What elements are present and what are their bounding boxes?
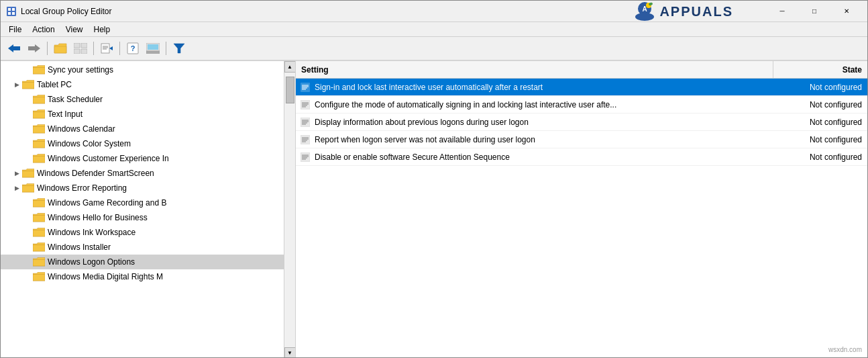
menu-file[interactable]: File [3,24,27,36]
list-header: Setting State [296,61,867,79]
tree-label: Windows Game Recording and B [48,198,166,208]
svg-rect-39 [301,118,310,127]
svg-rect-14 [74,43,80,48]
svg-marker-28 [174,44,184,53]
list-row-report-logon-server[interactable]: Report when logon server was not availab… [296,131,867,148]
folder-icon [33,271,45,282]
list-row-signin[interactable]: Sign-in and lock last interactive user a… [296,79,867,96]
svg-rect-17 [81,49,87,54]
menu-bar: File Action View Help [1,22,867,37]
toolbar-sep-4 [166,42,166,55]
tree-item-windows-media-drm[interactable]: Windows Media Digital Rights M [1,269,295,284]
toolbar-sep-3 [119,42,120,55]
header-state[interactable]: State [773,61,867,78]
scroll-thumb[interactable] [286,77,294,103]
export-button[interactable] [97,39,116,58]
folder-button[interactable] [51,39,70,58]
tree-label: Windows Defender SmartScreen [37,169,154,178]
app-icon [6,6,17,17]
tree-item-windows-logon-options[interactable]: Windows Logon Options [1,255,295,269]
tree-item-windows-defender[interactable]: ▶ Windows Defender SmartScreen [1,166,295,181]
policy-state-text: Not configured [773,152,867,162]
tree-item-sync-settings[interactable]: Sync your settings [1,62,295,77]
tree-label: Windows Logon Options [48,257,135,267]
tree-label: Windows Installer [48,242,111,252]
tree-label: Windows Calendar [48,124,115,134]
maximize-button[interactable]: □ [799,1,830,22]
policy-icon [299,150,312,164]
folder-icon [33,257,45,267]
minimize-button[interactable]: ─ [767,1,798,22]
policy-setting-text: Configure the mode of automatically sign… [312,100,773,109]
list-body: Sign-in and lock last interactive user a… [296,79,867,358]
list-row-display-logon[interactable]: Display information about previous logon… [296,114,867,131]
toolbar-sep-2 [93,42,94,55]
svg-rect-44 [301,135,310,144]
list-row-configure-mode[interactable]: Configure the mode of automatically sign… [296,96,867,114]
tree-label: Windows Error Reporting [37,183,127,193]
svg-marker-12 [35,44,40,52]
close-button[interactable]: ✕ [831,1,862,22]
policy-state-text: Not configured [773,135,867,144]
folder-icon [22,79,34,90]
menu-help[interactable]: Help [89,24,116,36]
scroll-down-arrow[interactable]: ▼ [284,347,296,358]
tree-label: Windows Hello for Business [48,213,148,222]
tree-item-windows-calendar[interactable]: Windows Calendar [1,122,295,136]
folder-icon [33,94,45,105]
policy-setting-text: Sign-in and lock last interactive user a… [312,83,773,92]
tree-item-windows-hello[interactable]: Windows Hello for Business [1,210,295,225]
window-controls: ─ □ ✕ [767,1,862,22]
tree-item-windows-ink[interactable]: Windows Ink Workspace [1,225,295,240]
policy-state-text: Not configured [773,83,867,92]
policy-icon [299,81,312,94]
tree-item-text-input[interactable]: Text Input [1,107,295,122]
svg-rect-1 [8,8,11,11]
tree-item-windows-customer-experience[interactable]: Windows Customer Experience In [1,151,295,166]
folder-icon [33,212,45,223]
folder-icon [33,109,45,120]
tree-item-windows-installer[interactable]: Windows Installer [1,240,295,255]
tree-item-windows-game-recording[interactable]: Windows Game Recording and B [1,195,295,210]
tree-panel: Sync your settings ▶ Tablet PC [1,61,296,358]
tree-item-windows-error-reporting[interactable]: ▶ Windows Error Reporting [1,181,295,195]
list-row-disable-sas[interactable]: Disable or enable software Secure Attent… [296,148,867,166]
menu-action[interactable]: Action [27,24,60,36]
back-button[interactable] [5,39,23,58]
tree-item-windows-color-system[interactable]: Windows Color System [1,136,295,151]
svg-marker-10 [8,44,13,52]
expand-arrow[interactable]: ▶ [11,168,22,179]
svg-rect-27 [146,51,160,54]
menu-view[interactable]: View [60,24,89,36]
policy-setting-text: Display information about previous logon… [312,118,773,127]
expand-arrow[interactable]: ▶ [11,183,22,193]
tree-content: Sync your settings ▶ Tablet PC [1,61,295,285]
folder-icon [33,138,45,149]
toolbar-sep-1 [47,42,48,55]
expand-arrow[interactable]: ▶ [11,79,22,90]
svg-rect-16 [74,49,80,54]
main-content: Sync your settings ▶ Tablet PC [1,61,867,358]
svg-rect-11 [13,46,20,50]
browse-button[interactable] [144,39,162,58]
policy-state-text: Not configured [773,100,867,109]
tree-scrollbar[interactable]: ▲ ▼ [284,61,295,358]
scroll-up-arrow[interactable]: ▲ [284,61,296,73]
header-setting[interactable]: Setting [296,61,773,78]
title-bar: Local Group Policy Editor A APPUALS ─ □ [1,1,867,22]
forward-button[interactable] [25,39,44,58]
tree-item-tablet-pc[interactable]: ▶ Tablet PC [1,77,295,92]
svg-rect-15 [81,43,87,48]
tree-label: Task Scheduler [48,95,103,104]
policy-setting-text: Report when logon server was not availab… [312,135,773,144]
svg-rect-49 [301,152,310,162]
svg-rect-3 [8,12,11,15]
help-button[interactable]: ? [123,39,142,58]
tree-item-task-scheduler[interactable]: Task Scheduler [1,92,295,107]
filter-button[interactable] [170,39,188,58]
tree-label: Windows Customer Experience In [48,154,169,163]
show-hide-button[interactable] [71,39,90,58]
svg-rect-34 [301,100,310,109]
folder-icon [33,242,45,253]
svg-rect-4 [12,12,15,15]
